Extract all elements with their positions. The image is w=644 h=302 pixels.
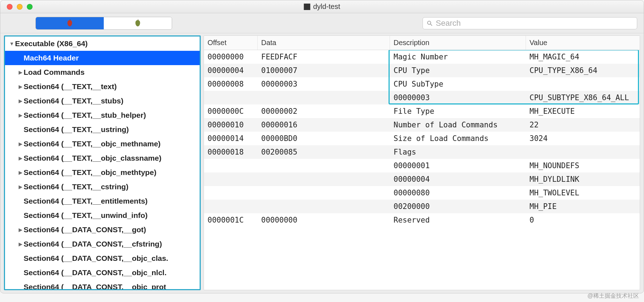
cell-desc: Flags [390,145,526,159]
disclosure-right-icon: ▶ [17,227,24,233]
cell-value: MH_PIE [526,200,640,213]
cell-value: 0 [526,213,640,227]
tree-item-label: Section64 (__DATA_CONST,__objc_nlcl. [24,268,167,277]
tree-item[interactable]: ▶Section64 (__DATA_CONST,__cfstring) [5,237,200,251]
tree-item[interactable]: ▶Section64 (__TEXT,__stub_helper) [5,108,200,122]
table-row[interactable]: 00200000MH_PIE [204,200,640,213]
cell-data: 00000016 [258,118,390,132]
segment-left[interactable] [36,17,104,29]
tree-item[interactable]: Section64 (__TEXT,__entitlements) [5,194,200,208]
cell-value: MH_NOUNDEFS [526,159,640,172]
tree-item-label: Section64 (__TEXT,__objc_methtype) [24,168,156,177]
tree-item[interactable]: ▶Section64 (__TEXT,__stubs) [5,94,200,108]
cell-offset [204,172,258,186]
cell-data [258,186,390,200]
table-row[interactable]: 00000001MH_NOUNDEFS [204,159,640,172]
tree-item[interactable]: ▶Section64 (__TEXT,__cstring) [5,180,200,194]
cell-offset: 00000000 [204,50,258,64]
col-value[interactable]: Value [526,36,640,50]
cell-desc: 00000003 [390,91,526,104]
table-row[interactable]: 00000004MH_DYLDLINK [204,172,640,186]
minimize-icon[interactable] [17,4,23,10]
tree-item-label: Section64 (__TEXT,__objc_classname) [24,154,161,162]
cell-desc: 00000001 [390,159,526,172]
cell-offset [204,200,258,213]
tree-root-label: Executable (X86_64) [15,39,88,48]
tree-item[interactable]: ▶Section64 (__TEXT,__text) [5,79,200,94]
disclosure-right-icon: ▶ [17,84,24,89]
window-title: dyld-test [304,3,340,11]
tree-item[interactable]: Section64 (__DATA_CONST,__objc_clas. [5,251,200,266]
zoom-icon[interactable] [27,4,33,10]
cell-offset [204,159,258,172]
svg-line-1 [430,24,432,26]
table-row[interactable]: 0000001000000016Number of Load Commands2… [204,118,640,132]
cell-data [258,172,390,186]
cell-value: CPU_TYPE_X86_64 [526,64,640,77]
cell-desc: Reserved [390,213,526,227]
search-input[interactable] [436,19,633,28]
col-data[interactable]: Data [258,36,390,50]
tree-item[interactable]: ▶Section64 (__TEXT,__objc_methname) [5,137,200,151]
search-field[interactable] [423,17,637,29]
tree-item[interactable]: ▶Section64 (__TEXT,__objc_methtype) [5,165,200,180]
table-row[interactable]: 0000001400000BD0Size of Load Commands302… [204,132,640,145]
cell-value: 22 [526,118,640,132]
disclosure-right-icon: ▶ [17,155,24,161]
table-row[interactable]: 00000080MH_TWOLEVEL [204,186,640,200]
disclosure-right-icon: ▶ [17,141,24,147]
cell-offset: 0000001C [204,213,258,227]
table-row[interactable]: 0000001800200085Flags [204,145,640,159]
cell-data: 00000BD0 [258,132,390,145]
tree-root[interactable]: ▼Executable (X86_64) [5,36,200,51]
cell-desc: 00200000 [390,200,526,213]
cell-value: MH_MAGIC_64 [526,50,640,64]
cell-data: 01000007 [258,64,390,77]
table-row[interactable]: 00000003CPU_SUBTYPE_X86_64_ALL [204,91,640,104]
tree-item[interactable]: Section64 (__DATA_CONST,__objc_nlcl. [5,266,200,280]
table-body[interactable]: 00000000FEEDFACFMagic NumberMH_MAGIC_640… [204,50,640,290]
tree-item[interactable]: Section64 (__TEXT,__ustring) [5,122,200,137]
titlebar: dyld-test [0,0,644,13]
cell-desc: CPU SubType [390,77,526,91]
cell-offset: 00000004 [204,64,258,77]
tree-item-label: Section64 (__TEXT,__stub_helper) [24,111,146,120]
cell-data: 00200085 [258,145,390,159]
tree-item[interactable]: Mach64 Header [5,51,200,65]
cell-data [258,159,390,172]
table-row[interactable]: 0000000800000003CPU SubType [204,77,640,91]
cell-offset: 00000008 [204,77,258,91]
tree-item[interactable]: ▶Load Commands [5,65,200,79]
tree-item-label: Section64 (__TEXT,__cstring) [24,182,128,191]
tree-item-label: Section64 (__TEXT,__objc_methname) [24,140,161,148]
cell-desc: File Type [390,104,526,118]
tree[interactable]: ▼Executable (X86_64)Mach64 Header▶Load C… [5,36,200,289]
cell-offset [204,91,258,104]
cell-offset: 0000000C [204,104,258,118]
search-icon [426,20,433,26]
cell-value [526,145,640,159]
terminal-icon [304,4,310,10]
tree-item[interactable]: ▶Section64 (__TEXT,__objc_classname) [5,151,200,165]
col-description[interactable]: Description [390,36,526,50]
cell-data: FEEDFACF [258,50,390,64]
col-offset[interactable]: Offset [204,36,258,50]
tree-item-label: Section64 (__TEXT,__stubs) [24,97,123,105]
traffic-lights [0,4,33,10]
table-row[interactable]: 0000000401000007CPU TypeCPU_TYPE_X86_64 [204,64,640,77]
tree-item-label: Section64 (__TEXT,__ustring) [24,125,129,134]
cell-desc: Size of Load Commands [390,132,526,145]
tree-item-label: Section64 (__TEXT,__unwind_info) [24,211,148,220]
cell-desc: CPU Type [390,64,526,77]
cell-desc: Number of Load Commands [390,118,526,132]
tree-item[interactable]: ▶Section64 (__DATA_CONST,__got) [5,223,200,237]
segment-right[interactable] [104,17,172,29]
tree-item[interactable]: Section64 (__TEXT,__unwind_info) [5,208,200,223]
tree-item[interactable]: Section64 (__DATA_CONST,__objc_prot [5,280,200,289]
cell-value: MH_EXECUTE [526,104,640,118]
close-icon[interactable] [7,4,13,10]
toolbar [0,13,644,33]
table-row[interactable]: 0000001C00000000Reserved0 [204,213,640,227]
table-row[interactable]: 00000000FEEDFACFMagic NumberMH_MAGIC_64 [204,50,640,64]
table-row[interactable]: 0000000C00000002File TypeMH_EXECUTE [204,104,640,118]
